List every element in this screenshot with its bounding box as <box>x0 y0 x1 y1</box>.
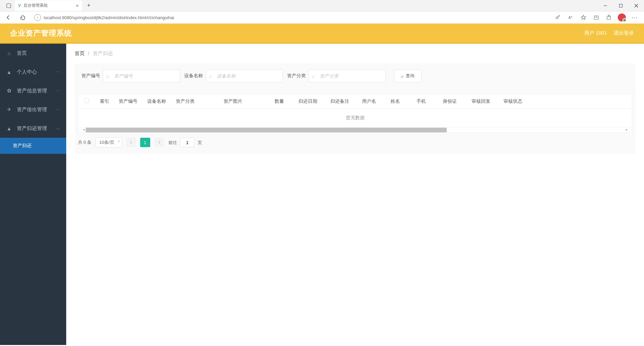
user-icon: ▲ <box>6 126 12 131</box>
sidebar-item-label: 资产信息管理 <box>17 88 47 94</box>
jump-prefix: 前往 <box>168 140 177 145</box>
vue-icon: V <box>18 3 21 8</box>
breadcrumb-current: 资产归还 <box>93 50 113 57</box>
svg-rect-2 <box>619 4 622 7</box>
search-icon: ⌕ <box>401 74 404 79</box>
close-window-button[interactable] <box>629 0 644 11</box>
logout-link[interactable]: 退出登录 <box>614 30 634 36</box>
table-col: 资产分类 <box>171 94 199 109</box>
sidebar-item-asset-info[interactable]: ✿ 资产信息管理 ﹀ <box>0 81 66 100</box>
table-header: 索引 资产编号 设备名称 资产分类 资产图片 数量 归还日期 归还备注 用户名 … <box>78 94 632 109</box>
breadcrumb: 首页 / 资产归还 <box>75 50 636 57</box>
sidebar-item-home[interactable]: ⌂ 首页 <box>0 44 66 62</box>
key-icon[interactable] <box>554 13 562 21</box>
minimize-button[interactable] <box>598 0 613 11</box>
table-col: 资产图片 <box>199 94 267 109</box>
table-col: 数量 <box>267 94 292 109</box>
browser-tab[interactable]: V 后台管理系统 × <box>15 0 82 11</box>
close-tab-icon[interactable]: × <box>76 3 79 8</box>
content-card: 资产编号 ⌕ 设备名称 ⌕ 资产分类 ⌕ <box>75 63 636 154</box>
gear-icon: ✿ <box>6 88 12 94</box>
data-table: 索引 资产编号 设备名称 资产分类 资产图片 数量 归还日期 归还备注 用户名 … <box>78 94 632 133</box>
app-title: 企业资产管理系统 <box>10 28 72 38</box>
select-all-checkbox[interactable] <box>78 94 95 109</box>
user-label[interactable]: 用户 1001 <box>584 30 607 36</box>
more-menu-icon[interactable]: ⋯ <box>631 13 639 21</box>
pagination: 共 0 条 10条/页 1 前往 页 <box>75 133 636 147</box>
home-icon: ⌂ <box>6 50 12 56</box>
table-col: 审核回复 <box>465 94 497 109</box>
breadcrumb-home[interactable]: 首页 <box>75 50 85 57</box>
extensions-icon[interactable] <box>605 13 613 21</box>
svg-rect-13 <box>608 15 610 16</box>
table-col: 手机 <box>408 94 435 109</box>
jump-suffix: 页 <box>198 140 202 145</box>
scroll-left-arrow[interactable]: ◂ <box>82 128 86 132</box>
svg-line-7 <box>559 16 560 16</box>
device-name-input[interactable] <box>206 70 283 82</box>
chevron-down-icon: ﹀ <box>56 70 60 74</box>
site-info-icon[interactable]: i <box>34 14 41 21</box>
sidebar-item-asset-return[interactable]: ▲ 资产归还管理 ︿ <box>0 119 66 138</box>
next-page-button[interactable] <box>154 138 164 147</box>
page-number-current[interactable]: 1 <box>140 138 150 147</box>
tab-list-icon[interactable] <box>4 1 13 10</box>
asset-no-input[interactable] <box>103 70 180 82</box>
sidebar-item-profile[interactable]: ▲ 个人中心 ﹀ <box>0 62 66 81</box>
collections-icon[interactable] <box>592 13 600 21</box>
chevron-down-icon: ﹀ <box>56 89 60 92</box>
search-icon: ⌕ <box>106 73 109 79</box>
sidebar-item-label: 资产归还管理 <box>17 125 47 132</box>
chevron-up-icon: ︿ <box>56 127 60 130</box>
chevron-down-icon: ﹀ <box>56 108 60 111</box>
horizontal-scrollbar[interactable]: ◂ ▸ <box>78 127 632 132</box>
scroll-right-arrow[interactable]: ▸ <box>625 128 629 132</box>
sidebar-item-asset-lend[interactable]: ✈ 资产借出管理 ﹀ <box>0 100 66 119</box>
page-size-select[interactable]: 10条/页 <box>95 137 122 147</box>
search-label-asset-no: 资产编号 <box>81 73 100 79</box>
table-col: 身份证 <box>435 94 465 109</box>
browser-toolbar: i localhost:8080/springboot4j9k2/admin/d… <box>0 11 644 24</box>
table-col: 归还备注 <box>324 94 356 109</box>
back-button[interactable] <box>3 12 13 23</box>
table-empty-text: 暂无数据 <box>78 109 632 127</box>
query-button-label: 查询 <box>406 73 414 79</box>
url-text: localhost:8080/springboot4j9k2/admin/dis… <box>44 15 174 20</box>
prev-page-button[interactable] <box>126 138 136 147</box>
maximize-button[interactable] <box>613 0 629 11</box>
browser-tab-bar: V 后台管理系统 × + <box>0 0 644 11</box>
breadcrumb-separator: / <box>88 50 89 57</box>
address-bar[interactable]: i localhost:8080/springboot4j9k2/admin/d… <box>32 13 550 22</box>
query-button[interactable]: ⌕ 查询 <box>394 70 421 82</box>
tab-title: 后台管理系统 <box>24 3 48 8</box>
table-col: 姓名 <box>383 94 408 109</box>
sidebar-item-label: 资产借出管理 <box>17 106 47 113</box>
svg-text:A⁹: A⁹ <box>568 15 572 19</box>
asset-category-input[interactable] <box>309 70 386 82</box>
total-count: 共 0 条 <box>78 139 91 145</box>
refresh-button[interactable] <box>17 12 28 23</box>
sidebar-subitem-asset-return[interactable]: 资产归还 <box>0 138 66 154</box>
table-col: 资产编号 <box>114 94 142 109</box>
send-icon: ✈ <box>6 106 12 113</box>
profile-avatar[interactable] <box>618 13 626 21</box>
table-col: 用户名 <box>356 94 383 109</box>
search-bar: 资产编号 ⌕ 设备名称 ⌕ 资产分类 ⌕ <box>75 70 636 82</box>
jump-page-input[interactable] <box>180 138 195 147</box>
new-tab-button[interactable]: + <box>84 1 93 10</box>
table-col: 归还日期 <box>292 94 324 109</box>
search-label-asset-category: 资产分类 <box>287 73 306 79</box>
sidebar-item-label: 首页 <box>17 50 27 56</box>
search-icon: ⌕ <box>209 73 212 79</box>
read-aloud-icon[interactable]: A⁹ <box>567 13 575 21</box>
page-jump: 前往 页 <box>168 138 202 147</box>
sidebar-item-label: 个人中心 <box>17 69 37 75</box>
table-col: 审核状态 <box>497 94 529 109</box>
sidebar-subitem-label: 资产归还 <box>13 143 32 149</box>
favorites-icon[interactable] <box>579 13 588 21</box>
scrollbar-thumb[interactable] <box>86 128 447 132</box>
table-col: 设备名称 <box>142 94 171 109</box>
app-header: 企业资产管理系统 用户 1001 退出登录 <box>0 24 644 44</box>
sidebar: ⌂ 首页 ▲ 个人中心 ﹀ ✿ 资产信息管理 ﹀ ✈ 资产借出管理 ﹀ ▲ 资产… <box>0 44 66 345</box>
table-col: 索引 <box>95 94 114 109</box>
